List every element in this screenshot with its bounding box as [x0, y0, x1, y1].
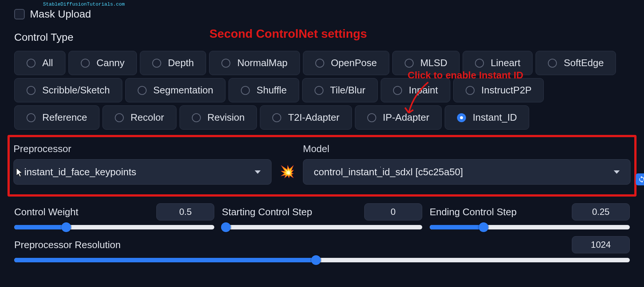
model-dropdown[interactable]: control_instant_id_sdxl [c5c25a50]	[303, 159, 631, 185]
slider-thumb[interactable]	[221, 222, 231, 232]
annotation-title: Second ControlNet settings	[209, 27, 367, 41]
starting-step-value[interactable]: 0	[364, 203, 422, 220]
preprocessor-model-highlight: Preprocessor instant_id_face_keypoints 💥…	[7, 135, 637, 197]
control-type-depth[interactable]: Depth	[140, 51, 206, 75]
control-type-canny[interactable]: Canny	[68, 51, 137, 75]
radio-dot-icon	[466, 86, 475, 95]
refresh-icon	[638, 176, 644, 183]
radio-dot-icon	[192, 113, 201, 122]
control-type-label: Scribble/Sketch	[42, 84, 110, 96]
radio-dot-icon	[27, 113, 36, 122]
control-type-openpose[interactable]: OpenPose	[303, 51, 389, 75]
radio-dot-icon	[393, 86, 402, 95]
control-weight-label: Control Weight	[14, 206, 79, 218]
control-type-inpaint[interactable]: Inpaint	[381, 78, 450, 102]
slider-fill	[430, 225, 484, 229]
preproc-res-value[interactable]: 1024	[572, 236, 630, 253]
refresh-model-button[interactable]	[636, 173, 644, 185]
explosion-icon[interactable]: 💥	[280, 164, 295, 179]
control-type-shuffle[interactable]: Shuffle	[229, 78, 299, 102]
radio-dot-icon	[475, 59, 484, 68]
control-type-recolor[interactable]: Recolor	[102, 105, 177, 130]
radio-dot-icon	[405, 59, 414, 68]
mask-upload-label: Mask Upload	[30, 8, 91, 20]
control-type-label: T2I-Adapter	[288, 112, 339, 123]
radio-dot-icon	[27, 86, 36, 95]
watermark-text: StableDiffusionTutorials.com	[43, 1, 125, 7]
control-type-label: Segmentation	[153, 84, 213, 96]
model-label: Model	[303, 143, 631, 155]
radio-dot-icon	[315, 86, 323, 95]
mask-upload-row: Mask Upload	[14, 8, 630, 20]
control-type-label: Tile/Blur	[330, 84, 365, 96]
radio-dot-icon	[548, 59, 557, 68]
annotation-enable-instant-id: Click to enable Instant ID	[408, 70, 523, 81]
control-type-radio-group: AllCannyDepthNormalMapOpenPoseMLSDLinear…	[14, 51, 630, 130]
preprocessor-value: instant_id_face_keypoints	[24, 166, 136, 178]
control-type-softedge[interactable]: SoftEdge	[536, 51, 616, 75]
control-type-label: Revision	[208, 112, 245, 123]
control-type-label: Canny	[96, 57, 125, 69]
control-type-reference[interactable]: Reference	[14, 105, 99, 130]
control-type-label: SoftEdge	[564, 57, 604, 69]
control-weight-value[interactable]: 0.5	[156, 203, 214, 220]
control-type-label: Inpaint	[409, 84, 438, 96]
ending-step-value[interactable]: 0.25	[572, 203, 630, 220]
model-value: control_instant_id_sdxl [c5c25a50]	[314, 166, 463, 178]
radio-dot-icon	[152, 59, 161, 68]
starting-step-block: Starting Control Step 0	[222, 203, 422, 229]
control-type-all[interactable]: All	[14, 51, 65, 75]
slider-fill	[14, 225, 66, 229]
chevron-down-icon	[255, 170, 261, 174]
slider-thumb[interactable]	[311, 255, 321, 265]
radio-dot-icon	[367, 113, 376, 122]
control-type-label: Recolor	[131, 112, 164, 123]
control-type-instructp2p[interactable]: InstructP2P	[453, 78, 544, 102]
slider-thumb[interactable]	[61, 222, 71, 232]
control-type-label: Lineart	[491, 57, 521, 69]
radio-dot-icon	[221, 59, 230, 68]
radio-dot-icon	[241, 86, 250, 95]
ending-step-slider[interactable]	[430, 225, 630, 229]
control-type-label: MLSD	[420, 57, 447, 69]
control-type-label: OpenPose	[331, 57, 377, 69]
starting-step-slider[interactable]	[222, 225, 422, 229]
control-type-segmentation[interactable]: Segmentation	[125, 78, 226, 102]
control-type-label: All	[42, 57, 53, 69]
radio-dot-icon	[138, 86, 147, 95]
preproc-res-label: Preprocessor Resolution	[14, 239, 121, 251]
control-type-ip-adapter[interactable]: IP-Adapter	[355, 105, 442, 130]
chevron-down-icon	[614, 170, 620, 174]
mask-upload-checkbox[interactable]	[14, 9, 25, 19]
radio-dot-icon	[81, 59, 90, 68]
radio-dot-icon	[457, 113, 466, 122]
control-type-instant-id[interactable]: Instant_ID	[445, 105, 530, 130]
control-type-t2i-adapter[interactable]: T2I-Adapter	[260, 105, 352, 130]
preproc-res-block: Preprocessor Resolution 1024	[14, 236, 630, 262]
control-type-normalmap[interactable]: NormalMap	[209, 51, 300, 75]
slider-thumb[interactable]	[479, 222, 488, 232]
radio-dot-icon	[315, 59, 324, 68]
ending-step-label: Ending Control Step	[430, 206, 517, 218]
control-type-label: Depth	[168, 57, 194, 69]
control-type-label: Shuffle	[257, 84, 286, 96]
preprocessor-dropdown[interactable]: instant_id_face_keypoints	[13, 159, 272, 185]
radio-dot-icon	[115, 113, 124, 122]
control-type-label: Reference	[42, 112, 87, 123]
control-weight-block: Control Weight 0.5	[14, 203, 214, 229]
sliders-row-1: Control Weight 0.5 Starting Control Step…	[14, 203, 630, 229]
preprocessor-group: Preprocessor instant_id_face_keypoints	[13, 143, 272, 185]
control-weight-slider[interactable]	[14, 225, 214, 229]
control-type-tile-blur[interactable]: Tile/Blur	[302, 78, 378, 102]
radio-dot-icon	[272, 113, 281, 122]
preproc-res-slider[interactable]	[14, 258, 630, 262]
control-type-label: InstructP2P	[481, 84, 531, 96]
control-type-label: IP-Adapter	[383, 112, 429, 123]
control-type-label: NormalMap	[237, 57, 287, 69]
control-type-scribble-sketch[interactable]: Scribble/Sketch	[14, 78, 122, 102]
starting-step-label: Starting Control Step	[222, 206, 312, 218]
radio-dot-icon	[27, 59, 36, 68]
preprocessor-label: Preprocessor	[13, 143, 272, 155]
slider-fill	[14, 258, 316, 262]
control-type-revision[interactable]: Revision	[180, 105, 257, 130]
